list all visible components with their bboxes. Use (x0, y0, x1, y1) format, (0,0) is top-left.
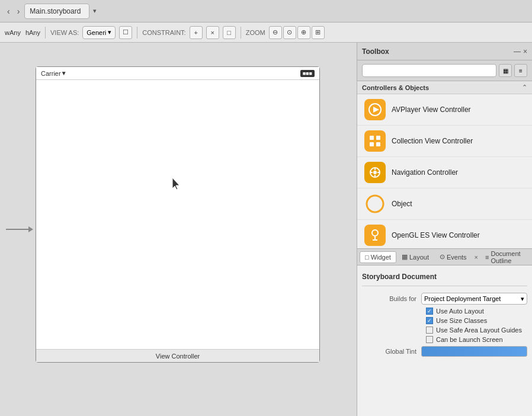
status-bar: Carrier ▼ ■■■ (36, 67, 319, 80)
svg-point-8 (373, 171, 377, 174)
size-classes-checkbox[interactable]: ✓ (426, 317, 433, 324)
checkmark-icon: ✓ (427, 318, 432, 324)
svg-rect-3 (370, 136, 374, 140)
builds-for-row: Builds for Project Deployment Target ▾ (362, 291, 527, 306)
list-item[interactable]: Navigation Controller (357, 157, 532, 188)
grid-view-button[interactable]: ▦ (499, 64, 512, 77)
launch-screen-row: Can be Launch Screen (362, 335, 527, 344)
doc-outline-label: Document Outline (491, 250, 525, 264)
chevron-down-icon: ▾ (108, 28, 111, 36)
svg-marker-2 (373, 107, 379, 113)
separator-2 (137, 27, 137, 39)
navigation-icon (364, 162, 386, 183)
list-item[interactable]: OpenGL ES View Controller (357, 220, 532, 248)
view-as-label: VIEW AS: (50, 29, 79, 36)
launch-screen-label: Can be Launch Screen (436, 336, 503, 343)
height-label: hAny (25, 29, 40, 36)
constraint-toggle-button[interactable]: □ (223, 26, 236, 39)
object-label: Object (392, 200, 412, 208)
right-panel: Toolbox — × ▦ ≡ Controllers & Objects ⌃ (357, 43, 532, 416)
tab-document-outline[interactable]: ≡ Document Outline (480, 248, 530, 266)
device-frame: Carrier ▼ ■■■ View Controller (36, 66, 320, 363)
toolbox-title: Toolbox (362, 47, 389, 56)
builds-for-select[interactable]: Project Deployment Target ▾ (421, 293, 527, 305)
zoom-actual-button[interactable]: ⊙ (283, 26, 296, 39)
toolbox-header-buttons: — × (514, 47, 527, 56)
tab-prev-button[interactable]: ‹ (5, 5, 12, 17)
tab-main-storyboard[interactable]: Main.storyboard (24, 4, 89, 19)
list-item[interactable]: Object (357, 188, 532, 220)
battery-icon: ■■■ (300, 70, 315, 77)
toolbox-minimize-button[interactable]: — (514, 47, 521, 56)
toolbox-header: Toolbox — × (357, 43, 532, 60)
main-area: Carrier ▼ ■■■ View Controller (0, 43, 532, 416)
doc-outline-icon: ≡ (485, 254, 489, 261)
safe-area-checkbox[interactable] (426, 327, 433, 334)
search-input[interactable] (362, 64, 496, 77)
object-icon-wrapper (364, 193, 386, 215)
auto-layout-checkbox[interactable]: ✓ (426, 308, 433, 315)
width-label: wAny (5, 29, 21, 36)
size-classes-row: ✓ Use Size Classes (362, 316, 527, 325)
launch-screen-checkbox[interactable] (426, 336, 433, 343)
widget-icon: □ (365, 254, 369, 261)
list-item[interactable]: Collection View Controller (357, 126, 532, 157)
list-view-button[interactable]: ≡ (514, 64, 527, 77)
tab-events[interactable]: ⊙ Events (434, 251, 472, 263)
tint-value (421, 346, 527, 357)
builds-for-label: Builds for (362, 295, 421, 302)
zoom-label: ZOOM (246, 29, 265, 36)
tab-layout[interactable]: ▦ Layout (396, 251, 434, 263)
tab-widget[interactable]: □ Widget (360, 251, 396, 263)
toolbox-search-bar: ▦ ≡ (357, 60, 532, 81)
properties-content: Storyboard Document Builds for Project D… (357, 265, 532, 416)
avplayer-label: AVPlayer View Controller (392, 105, 471, 114)
controllers-section: Controllers & Objects ⌃ AVPlayer View Co… (357, 81, 532, 248)
tab-next-button[interactable]: › (15, 5, 23, 17)
wifi-icon: ▼ (61, 70, 67, 76)
canvas-area[interactable]: Carrier ▼ ■■■ View Controller (0, 43, 357, 416)
safe-area-row: Use Safe Area Layout Guides (362, 325, 527, 335)
chevron-icon: ▾ (521, 295, 524, 303)
view-controller-label-bar: View Controller (36, 349, 319, 362)
view-as-value: Generi (86, 29, 106, 36)
zoom-out-button[interactable]: ⊖ (269, 26, 282, 39)
section-title: Controllers & Objects (362, 84, 429, 91)
opengl-icon (364, 225, 386, 246)
avplayer-icon (364, 99, 386, 120)
properties-panel: □ Widget ▦ Layout ⊙ Events × ≡ Document … (357, 248, 532, 416)
tint-color-swatch[interactable] (421, 346, 527, 357)
properties-tab-header: □ Widget ▦ Layout ⊙ Events × ≡ Document … (357, 249, 532, 265)
section-header: Controllers & Objects ⌃ (357, 81, 532, 94)
view-controller-label: View Controller (156, 353, 200, 360)
global-tint-label: Global Tint (362, 348, 421, 355)
safe-area-label: Use Safe Area Layout Guides (436, 327, 522, 334)
tab-dropdown-button[interactable]: ▾ (93, 7, 97, 15)
global-tint-row: Global Tint (362, 344, 527, 359)
view-as-select[interactable]: Generi ▾ (82, 26, 116, 39)
device-content[interactable] (36, 80, 319, 349)
checkmark-icon: ✓ (427, 308, 432, 314)
constraint-add-button[interactable]: + (190, 26, 203, 39)
tab-bar: ‹ › Main.storyboard ▾ (0, 0, 532, 23)
auto-layout-label: Use Auto Layout (436, 308, 484, 315)
canvas-inner: Carrier ▼ ■■■ View Controller (0, 43, 357, 416)
builds-for-value: Project Deployment Target ▾ (421, 293, 527, 305)
layout-label: Layout (409, 254, 429, 261)
section-collapse-button[interactable]: ⌃ (522, 84, 527, 91)
svg-rect-5 (370, 142, 374, 146)
constraint-remove-button[interactable]: × (206, 26, 219, 39)
entry-arrow (6, 229, 30, 230)
svg-rect-6 (376, 142, 380, 146)
constraint-label: CONSTRAINT: (142, 29, 185, 36)
list-item[interactable]: AVPlayer View Controller (357, 94, 532, 126)
zoom-fit-button[interactable]: ⊞ (312, 26, 325, 39)
svg-point-13 (367, 196, 383, 212)
zoom-in-button[interactable]: ⊕ (297, 26, 310, 39)
tab-label: Main.storyboard (30, 7, 81, 15)
panel-close-button[interactable]: × (472, 252, 480, 262)
device-icon-button[interactable]: ☐ (119, 26, 132, 39)
toolbox-close-button[interactable]: × (523, 47, 527, 56)
cursor-icon (172, 178, 182, 190)
auto-layout-row: ✓ Use Auto Layout (362, 306, 527, 316)
